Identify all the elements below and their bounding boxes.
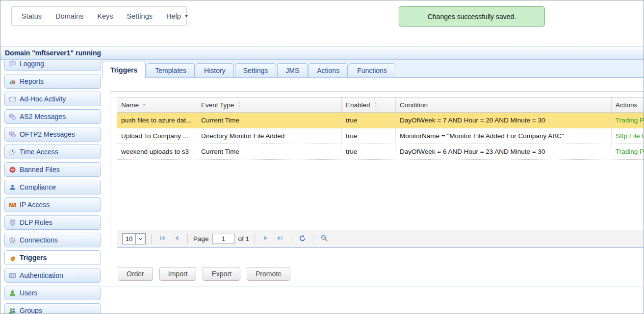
order-button[interactable]: Order [118,267,153,281]
sidebar-item-label: OFTP2 Messages [20,130,75,138]
tab-jms[interactable]: JMS [277,63,308,78]
gear-icon [8,236,16,244]
sidebar-item-dlp-rules[interactable]: DLP Rules [4,215,101,230]
column-header-label: Actions [616,101,637,109]
sidebar-item-oftp2-messages[interactable]: OFTP2 Messages [4,127,101,142]
sidebar-item-label: Triggers [20,254,47,262]
refresh-icon [299,235,306,243]
column-header-label: Name [121,101,139,109]
sidebar-item-label: DLP Rules [20,218,52,226]
cell-condition: DayOfWeek = 6 AND Hour = 23 AND Minute =… [396,144,612,159]
cell-name: Upload To Company ... [117,128,197,144]
cell-enabled: true [342,128,396,144]
column-header-event-type[interactable]: Event Type [197,98,342,112]
prev-page-button[interactable] [171,234,182,244]
person-icon [8,183,16,191]
sidebar-item-authentication[interactable]: Authentication [4,268,101,283]
cell-condition: MonitorName = "Monitor File Added For Co… [396,128,612,144]
table-row[interactable]: weekend uploads to s3Current TimetrueDay… [117,144,644,160]
sidebar-item-triggers[interactable]: Triggers [4,250,101,265]
search-icon [320,234,328,243]
menu-domains[interactable]: Domains [49,12,90,20]
shield-icon [8,218,16,226]
pagination-toolbar: 10 Page of 1 [117,230,644,247]
page-number-input[interactable] [212,234,235,244]
tab-templates[interactable]: Templates [147,63,195,78]
table-row[interactable]: Upload To Company ...Directory Monitor F… [117,128,644,144]
page-size-value: 10 [123,234,135,244]
sidebar-item-connections[interactable]: Connections [4,233,101,247]
domain-status-text: Domain "mftserver1" running [5,49,101,57]
sidebar-item-reports[interactable]: Reports [4,74,101,89]
sidebar-item-label: Time Access [20,148,58,156]
page-count-label: of 1 [238,235,250,242]
column-header-name[interactable]: Name [117,98,197,112]
sidebar-item-label: Compliance [20,183,56,191]
toolbar-separator [313,234,313,244]
cell-event-type: Directory Monitor File Added [197,128,342,144]
menu-item-label: Status [22,12,42,20]
menu-keys[interactable]: Keys [90,12,120,20]
sidebar-item-banned-files[interactable]: Banned Files [4,162,101,177]
tab-triggers[interactable]: Triggers [102,62,146,78]
menu-settings[interactable]: Settings [120,12,159,20]
page-label: Page [193,235,209,242]
column-header-label: Event Type [201,101,234,109]
tab-settings[interactable]: Settings [235,63,277,78]
main-panel: TriggersTemplatesHistorySettingsJMSActio… [102,60,644,314]
sidebar-item-logging[interactable]: Logging [4,60,101,71]
sidebar-item-compliance[interactable]: Compliance [4,180,101,194]
content-area: LoggingReportsAd-Hoc ActivityAS2 Message… [0,60,644,314]
sidebar-item-ip-access[interactable]: IP Access [4,197,101,212]
success-alert: Changes successfully saved. [399,6,545,26]
sort-both-icon [373,101,378,109]
table-row[interactable]: push files to azure dat...Current Timetr… [117,113,644,128]
column-header-actions[interactable]: Actions [612,98,644,112]
menu-help[interactable]: Help [159,12,196,20]
menu-status[interactable]: Status [15,12,49,20]
refresh-button[interactable] [297,234,308,244]
page-size-select[interactable]: 10 [122,233,146,244]
menu-item-label: Keys [97,12,113,20]
domain-status-bar: Domain "mftserver1" running [0,46,644,60]
cell-condition: DayOfWeek = 7 AND Hour = 20 AND Minute =… [396,113,612,128]
toolbar-separator [255,234,255,244]
cell-name: weekend uploads to s3 [117,144,197,159]
sidebar-item-time-access[interactable]: Time Access [4,145,101,159]
tab-functions[interactable]: Functions [349,63,395,78]
cell-enabled: true [342,113,396,128]
brick-wall-icon [8,201,16,209]
column-header-label: Enabled [346,101,370,109]
bar-chart-icon [8,77,16,85]
import-button[interactable]: Import [159,267,197,281]
first-page-button[interactable] [157,234,168,244]
footer-buttons-row: OrderImportExportPromote [118,267,644,281]
last-page-button[interactable] [275,234,285,244]
tab-strip: TriggersTemplatesHistorySettingsJMSActio… [102,60,644,78]
tab-history[interactable]: History [196,63,234,78]
tab-label: Functions [357,67,387,74]
sidebar-item-ad-hoc-activity[interactable]: Ad-Hoc Activity [4,92,101,106]
sidebar-item-label: Connections [20,236,58,244]
column-header-enabled[interactable]: Enabled [342,98,396,112]
triggers-table: NameEvent TypeEnabledConditionActions pu… [117,97,644,248]
tab-actions[interactable]: Actions [309,63,348,78]
sidebar-item-label: AS2 Messages [20,113,66,121]
user-icon [8,289,16,297]
sidebar-item-label: Users [20,289,38,297]
sidebar-item-groups[interactable]: Groups [4,303,101,314]
export-button[interactable]: Export [203,267,240,281]
tab-label: Actions [317,67,339,74]
toolbar-separator [151,234,152,244]
sidebar-item-as2-messages[interactable]: AS2 Messages [4,109,101,124]
banned-circle-icon [8,166,16,173]
promote-button[interactable]: Promote [247,267,290,281]
next-page-button[interactable] [260,234,271,244]
column-header-condition[interactable]: Condition [396,98,612,112]
prev-page-icon [173,235,180,243]
sort-both-icon [237,101,242,109]
menu-item-label: Help [166,12,181,20]
search-button[interactable] [319,234,330,244]
success-alert-text: Changes successfully saved. [428,13,516,21]
sidebar-item-users[interactable]: Users [4,286,101,300]
